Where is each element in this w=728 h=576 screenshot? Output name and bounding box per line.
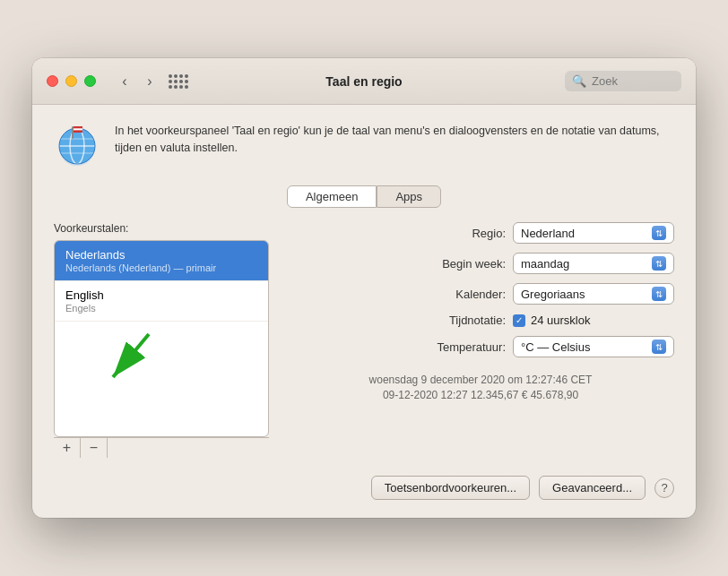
help-button[interactable]: ? bbox=[654, 478, 674, 498]
nav-buttons: ‹ › bbox=[114, 71, 160, 92]
language-sub: Engels bbox=[65, 303, 257, 314]
dropdown-arrow-icon: ⇅ bbox=[652, 256, 666, 271]
grid-icon[interactable] bbox=[166, 69, 191, 94]
maximize-button[interactable] bbox=[84, 75, 96, 87]
svg-rect-10 bbox=[74, 128, 82, 130]
dropdown-arrow-icon: ⇅ bbox=[652, 226, 666, 240]
arrow-annotation bbox=[82, 325, 171, 400]
beginweek-dropdown[interactable]: maandag ⇅ bbox=[513, 253, 674, 274]
remove-language-button[interactable]: − bbox=[81, 438, 108, 458]
beginweek-value: maandag bbox=[521, 257, 569, 271]
svg-line-13 bbox=[113, 334, 149, 377]
svg-rect-9 bbox=[74, 126, 82, 128]
language-list: Nederlands Nederlands (Nederland) — prim… bbox=[54, 240, 269, 437]
date-line2: 09-12-2020 12:27 12.345,67 € 45.678,90 bbox=[287, 389, 674, 401]
beginweek-label: Begin week: bbox=[442, 257, 506, 271]
window-title: Taal en regio bbox=[325, 74, 402, 89]
language-sub: Nederlands (Nederland) — primair bbox=[65, 262, 257, 273]
svg-rect-11 bbox=[74, 131, 82, 133]
minimize-button[interactable] bbox=[65, 75, 77, 87]
tijdnotatie-label: Tijdnotatie: bbox=[449, 314, 506, 327]
temperatuur-value: °C — Celsius bbox=[521, 340, 590, 354]
tijdnotatie-control: ✓ 24 uursklok bbox=[513, 314, 674, 327]
search-input[interactable] bbox=[592, 74, 674, 88]
setting-row-regio: Regio: Nederland ⇅ bbox=[287, 222, 674, 244]
list-item[interactable]: English Engels bbox=[55, 281, 268, 322]
setting-row-temperatuur: Temperatuur: °C — Celsius ⇅ bbox=[287, 336, 674, 357]
more-language-button[interactable] bbox=[108, 438, 134, 458]
temperatuur-label: Temperatuur: bbox=[437, 340, 506, 354]
list-item[interactable]: Nederlands Nederlands (Nederland) — prim… bbox=[55, 241, 268, 281]
main-body: Voorkeurstalen: Nederlands Nederlands (N… bbox=[54, 222, 674, 458]
titlebar: ‹ › Taal en regio 🔍 bbox=[32, 58, 696, 105]
setting-row-beginweek: Begin week: maandag ⇅ bbox=[287, 253, 674, 274]
content-area: In het voorkeurspaneel 'Taal en regio' k… bbox=[32, 105, 696, 518]
dropdown-arrow-icon: ⇅ bbox=[652, 287, 666, 301]
list-buttons: + − bbox=[54, 437, 269, 458]
advanced-button[interactable]: Geavanceerd... bbox=[539, 476, 646, 500]
bottom-buttons: Toetsenbordvoorkeuren... Geavanceerd... … bbox=[54, 476, 674, 500]
back-button[interactable]: ‹ bbox=[114, 71, 135, 92]
search-icon: 🔍 bbox=[572, 74, 586, 88]
date-preview: woensdag 9 december 2020 om 12:27:46 CET… bbox=[287, 374, 674, 401]
tab-apps[interactable]: Apps bbox=[377, 185, 441, 208]
svg-rect-7 bbox=[72, 126, 74, 139]
language-name: Nederlands bbox=[65, 248, 257, 262]
24hour-checkbox[interactable]: ✓ bbox=[513, 314, 525, 327]
search-box[interactable]: 🔍 bbox=[565, 71, 681, 91]
kalender-value: Gregoriaans bbox=[521, 288, 585, 301]
date-line1: woensdag 9 december 2020 om 12:27:46 CET bbox=[287, 374, 674, 386]
temperatuur-dropdown[interactable]: °C — Celsius ⇅ bbox=[513, 336, 674, 357]
language-name: English bbox=[65, 288, 257, 302]
settings-panel: Regio: Nederland ⇅ Begin week: maandag bbox=[287, 222, 674, 458]
tab-algemeen[interactable]: Algemeen bbox=[287, 185, 377, 208]
info-description: In het voorkeurspaneel 'Taal en regio' k… bbox=[115, 123, 674, 157]
languages-label: Voorkeurstalen: bbox=[54, 222, 269, 235]
kalender-dropdown[interactable]: Gregoriaans ⇅ bbox=[513, 283, 674, 305]
add-language-button[interactable]: + bbox=[54, 438, 81, 458]
setting-row-tijdnotatie: Tijdnotatie: ✓ 24 uursklok bbox=[287, 314, 674, 327]
kalender-label: Kalender: bbox=[455, 288, 506, 301]
keyboard-preferences-button[interactable]: Toetsenbordvoorkeuren... bbox=[371, 476, 530, 500]
languages-panel: Voorkeurstalen: Nederlands Nederlands (N… bbox=[54, 222, 269, 458]
info-section: In het voorkeurspaneel 'Taal en regio' k… bbox=[54, 123, 674, 169]
regio-label: Regio: bbox=[472, 227, 506, 240]
traffic-lights bbox=[47, 75, 96, 87]
dropdown-arrow-icon: ⇅ bbox=[652, 340, 666, 354]
regio-dropdown[interactable]: Nederland ⇅ bbox=[513, 222, 674, 244]
regio-value: Nederland bbox=[521, 227, 575, 240]
main-window: ‹ › Taal en regio 🔍 bbox=[32, 58, 696, 518]
tabs-container: Algemeen Apps bbox=[54, 185, 674, 208]
tijdnotatie-value: 24 uursklok bbox=[531, 314, 590, 327]
forward-button[interactable]: › bbox=[139, 71, 160, 92]
globe-icon bbox=[54, 123, 100, 169]
setting-row-kalender: Kalender: Gregoriaans ⇅ bbox=[287, 283, 674, 305]
close-button[interactable] bbox=[47, 75, 58, 87]
